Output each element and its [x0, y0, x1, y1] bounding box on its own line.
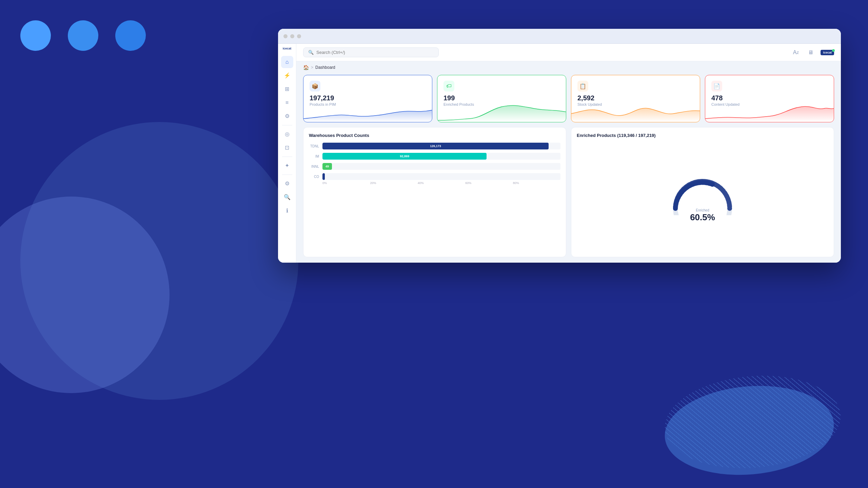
bar-track-innl: 49 [322, 163, 560, 170]
stat-icon-products-pim: 📦 [310, 81, 320, 92]
stat-chart-stock [571, 103, 700, 122]
breadcrumb: 🏠 > Dashboard [296, 61, 841, 72]
gauge-label: Enriched [690, 208, 715, 212]
bar-fill-im: 92,869 [322, 153, 487, 160]
axis-40: 40% [418, 181, 465, 185]
breadcrumb-home-icon[interactable]: 🏠 [303, 65, 309, 70]
stat-number-stock: 2,592 [577, 94, 694, 102]
stat-icon-enriched: 🏷 [443, 81, 454, 92]
bar-row-im: IM 92,869 [309, 153, 560, 160]
browser-dot-2 [290, 34, 294, 38]
stat-icon-stock: 📋 [577, 81, 588, 92]
axis-20: 20% [370, 181, 417, 185]
sidebar-logo: icecat [283, 47, 292, 50]
sidebar-icon-home[interactable]: ⌂ [281, 56, 293, 68]
sidebar: icecat ⌂ ⚡ ⊞ ≡ ⚙ ◎ ⊡ ✦ ⚙ 🔍 ℹ [278, 44, 296, 263]
bar-value-tdnl: 126,173 [430, 144, 441, 148]
sidebar-divider-3 [282, 175, 292, 175]
bar-row-innl: INNL 49 [309, 163, 560, 170]
gauge-value: 60.5% [690, 212, 715, 223]
monitor-icon[interactable]: 🖥 [806, 47, 816, 58]
bar-row-co: CO [309, 173, 560, 180]
axis-60: 60% [465, 181, 513, 185]
dot-1 [20, 20, 51, 51]
browser-dot-3 [297, 34, 301, 38]
sidebar-icon-search[interactable]: 🔍 [281, 191, 293, 203]
sidebar-icon-ai[interactable]: ✦ [281, 160, 293, 172]
sidebar-divider-1 [282, 125, 292, 125]
top-bar: 🔍 Az 🖥 icecat [296, 44, 841, 61]
sidebar-icon-chart[interactable]: ≡ [281, 97, 293, 109]
bar-label-tdnl: TDNL [309, 144, 319, 148]
gauge-container: Enriched 60.5% [577, 143, 828, 251]
stat-icon-content: 📄 [711, 81, 722, 92]
sidebar-icon-house[interactable]: ⊡ [281, 142, 293, 154]
stat-number-content: 478 [711, 94, 828, 102]
warehouse-bar-chart: TDNL 126,173 IM 92,869 [309, 143, 560, 180]
warehouse-panel-title: Warehouses Product Counts [309, 133, 560, 138]
sidebar-icon-circle[interactable]: ◎ [281, 128, 293, 140]
bar-track-im: 92,869 [322, 153, 560, 160]
stat-card-products-pim[interactable]: 📦 197,219 Products in PIM [303, 75, 432, 122]
breadcrumb-separator: > [311, 65, 313, 70]
bar-value-im: 92,869 [400, 155, 409, 158]
breadcrumb-dashboard: Dashboard [315, 65, 335, 70]
sidebar-icon-info[interactable]: ℹ [281, 205, 293, 217]
axis-0: 0% [322, 181, 370, 185]
axis-80: 80% [513, 181, 560, 185]
sidebar-divider-2 [282, 157, 292, 157]
bar-row-tdnl: TDNL 126,173 [309, 143, 560, 149]
app-layout: icecat ⌂ ⚡ ⊞ ≡ ⚙ ◎ ⊡ ✦ ⚙ 🔍 ℹ 🔍 [278, 44, 841, 263]
bar-axis: 0% 20% 40% 60% 80% [309, 180, 560, 185]
search-box[interactable]: 🔍 [303, 47, 439, 57]
stat-chart-content [705, 103, 834, 122]
stat-chart-enriched [437, 103, 566, 122]
browser-dot-1 [283, 34, 288, 38]
top-bar-right: Az 🖥 icecat [791, 47, 834, 58]
warehouse-panel: Warehouses Product Counts TDNL 126,173 I [303, 127, 566, 257]
brand-badge: icecat [821, 50, 834, 55]
search-icon: 🔍 [308, 50, 314, 55]
decorative-dots [20, 20, 146, 51]
sidebar-icon-grid[interactable]: ⊞ [281, 83, 293, 95]
stat-number-products-pim: 197,219 [310, 94, 426, 102]
browser-window: icecat ⌂ ⚡ ⊞ ≡ ⚙ ◎ ⊡ ✦ ⚙ 🔍 ℹ 🔍 [278, 29, 841, 263]
dot-2 [68, 20, 98, 51]
bar-label-co: CO [309, 175, 319, 179]
sidebar-icon-people[interactable]: ⚙ [281, 110, 293, 122]
bar-fill-co [322, 173, 325, 180]
stat-chart-products-pim [303, 103, 432, 122]
main-content: 🔍 Az 🖥 icecat 🏠 > Dashboard 📦 [296, 44, 841, 263]
stat-card-content[interactable]: 📄 478 Content Updated [705, 75, 834, 122]
bar-value-innl: 49 [326, 165, 329, 168]
stats-grid: 📦 197,219 Products in PIM [296, 72, 841, 127]
bar-fill-innl: 49 [322, 163, 332, 170]
bar-track-tdnl: 126,173 [322, 143, 560, 149]
enriched-panel-title: Enriched Products (119,346 / 197,219) [577, 133, 828, 138]
sidebar-icon-lightning[interactable]: ⚡ [281, 69, 293, 82]
bar-track-co [322, 173, 560, 180]
bar-label-im: IM [309, 155, 319, 158]
bottom-panels: Warehouses Product Counts TDNL 126,173 I [296, 127, 841, 263]
dot-3 [115, 20, 146, 51]
bar-fill-tdnl: 126,173 [322, 143, 549, 149]
enriched-panel: Enriched Products (119,346 / 197,219) [571, 127, 834, 257]
sidebar-icon-gear[interactable]: ⚙ [281, 178, 293, 190]
search-input[interactable] [316, 50, 373, 55]
bar-label-innl: INNL [309, 165, 319, 168]
stat-number-enriched: 199 [443, 94, 560, 102]
translate-icon[interactable]: Az [791, 47, 801, 58]
gauge-center-text: Enriched 60.5% [690, 208, 715, 223]
stat-card-stock[interactable]: 📋 2,592 Stock Updated [571, 75, 700, 122]
browser-chrome [278, 29, 841, 44]
stat-card-enriched[interactable]: 🏷 199 Enriched Products [437, 75, 566, 122]
